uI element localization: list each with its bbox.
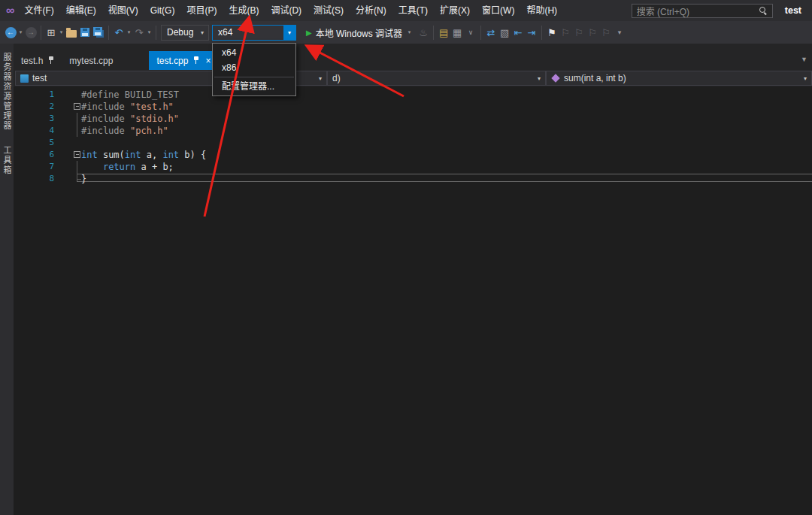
undo-icon[interactable]: ↶ — [112, 25, 126, 40]
search-box[interactable]: 搜索 (Ctrl+Q) — [632, 4, 773, 18]
line-number: 1 — [14, 89, 54, 101]
solution-configurations-combo[interactable]: Debug ▾ — [161, 25, 209, 41]
fold-margin[interactable] — [54, 149, 81, 161]
scope-combo-value: d) — [332, 73, 341, 83]
indent-decrease-icon[interactable]: ⇤ — [511, 25, 525, 40]
next-bookmark-in-folder-icon[interactable]: ⚐ — [599, 25, 613, 40]
fold-guide-line — [77, 161, 77, 173]
menu-item-1[interactable]: 编辑(E) — [60, 0, 102, 21]
bookmark-icon: ⚑ — [547, 28, 556, 38]
code-text: return a + b; — [81, 161, 174, 173]
tab-mytest-cpp[interactable]: mytest.cpp — [62, 51, 149, 70]
navigation-bar: test ▾ d) ▾ sum(int a, int b) ▾ — [14, 70, 812, 86]
tool-window-strip: 服务器资源管理器工具箱 — [0, 44, 14, 515]
menu-item-6[interactable]: 调试(D) — [265, 0, 308, 21]
menu-item-11[interactable]: 窗口(W) — [476, 0, 520, 21]
menu-item-7[interactable]: 测试(S) — [308, 0, 350, 21]
tab-test-cpp[interactable]: test.cpp× — [149, 51, 218, 70]
undo-icon: ↶ — [115, 28, 123, 38]
next-bookmark-icon[interactable]: ⚐ — [572, 25, 586, 40]
toolbar-overflow-icon: ▾ — [618, 29, 622, 36]
tab-label: test.h — [21, 56, 43, 66]
code-text: #include "stdio.h" — [81, 113, 179, 125]
redo-icon[interactable]: ↷ — [132, 25, 146, 40]
code-text: } — [81, 173, 86, 185]
play-icon: ▶ — [306, 29, 312, 37]
document-list-chevron-icon[interactable]: ▼ — [801, 56, 807, 63]
start-debugging-label: 本地 Windows 调试器 — [316, 26, 402, 39]
menu-item-3[interactable]: Git(G) — [144, 0, 181, 21]
tab-test-h[interactable]: test.h — [14, 51, 62, 70]
open-file-icon[interactable] — [65, 25, 78, 40]
fold-margin[interactable] — [54, 101, 81, 113]
fold-margin[interactable] — [54, 113, 81, 125]
chevron-down-icon[interactable]: ▾ — [17, 29, 24, 35]
fold-margin[interactable] — [54, 161, 81, 173]
solution-platforms-combo[interactable]: x64 ▾ x64x86配置管理器... — [212, 25, 296, 41]
tool-window-tab-1[interactable]: 工具箱 — [1, 146, 13, 175]
previous-bookmark-icon[interactable]: ⚐ — [559, 25, 572, 40]
menu-item-9[interactable]: 工具(T) — [392, 0, 434, 21]
menu-item-8[interactable]: 分析(N) — [350, 0, 392, 21]
search-icon[interactable] — [759, 6, 768, 15]
code-editor[interactable]: 1#define BUILD_TEST2#include "test.h"3#i… — [14, 86, 812, 515]
menu-item-5[interactable]: 生成(B) — [223, 0, 265, 21]
tool-window-tab-0[interactable]: 服务器资源管理器 — [1, 53, 13, 131]
dropdown-item-0[interactable]: x64 — [213, 45, 295, 60]
toolbar-separator — [433, 26, 434, 40]
visual-studio-logo-icon: ∞ — [6, 4, 14, 17]
code-text: #include "test.h" — [81, 101, 174, 113]
navigate-back-icon[interactable]: ← — [4, 25, 17, 40]
save-all-icon — [93, 27, 102, 36]
find-symbol-icon[interactable]: ▤ — [437, 25, 450, 40]
start-debugging-button[interactable]: ▶ 本地 Windows 调试器 ▾ — [302, 26, 417, 39]
chevron-down-icon[interactable]: ▾ — [146, 29, 153, 35]
group-overflow-icon: ∨ — [468, 29, 474, 36]
toolbar-right-group: ♨▤▦∨⇄▧⇤⇥⚑⚐⚐⚐⚐▾ — [417, 25, 626, 40]
menu-item-10[interactable]: 扩展(X) — [434, 0, 476, 21]
collapse-icon[interactable] — [74, 151, 80, 158]
chevron-down-icon[interactable]: ▾ — [126, 29, 132, 35]
line-number: 6 — [14, 149, 54, 161]
menu-item-12[interactable]: 帮助(H) — [520, 0, 563, 21]
close-icon[interactable]: × — [205, 56, 211, 65]
menu-item-4[interactable]: 项目(P) — [180, 0, 223, 21]
chevron-down-icon[interactable]: ▾ — [538, 75, 541, 82]
menu-item-2[interactable]: 视图(V) — [102, 0, 144, 21]
indent-increase-icon[interactable]: ⇥ — [525, 25, 538, 40]
previous-bookmark-in-folder-icon[interactable]: ⚐ — [586, 25, 599, 40]
save-all-icon[interactable] — [92, 25, 105, 40]
menu-item-0[interactable]: 文件(F) — [18, 0, 59, 21]
dropdown-item-2[interactable]: 配置管理器... — [213, 79, 295, 94]
fold-margin[interactable] — [54, 173, 81, 185]
fold-margin[interactable] — [54, 125, 81, 137]
bookmark-icon[interactable]: ⚑ — [545, 25, 559, 40]
collapse-icon[interactable] — [74, 103, 80, 110]
hot-reload-icon[interactable]: ♨ — [417, 25, 430, 40]
navigate-forward-icon[interactable]: → — [24, 25, 38, 40]
chevron-down-icon[interactable]: ▾ — [58, 29, 65, 35]
sync-with-active-document-icon[interactable]: ⇄ — [484, 25, 498, 40]
fold-margin[interactable] — [54, 89, 81, 101]
new-window-icon[interactable]: ⊞ — [44, 25, 58, 40]
toolbar-overflow-icon[interactable]: ▾ — [613, 25, 626, 40]
scope-combo[interactable]: d) ▾ — [327, 71, 546, 86]
chevron-down-icon[interactable]: ▾ — [283, 26, 295, 40]
chevron-down-icon[interactable]: ▾ — [406, 29, 413, 35]
group-overflow-icon[interactable]: ∨ — [464, 25, 477, 40]
chevron-down-icon[interactable]: ▾ — [319, 75, 322, 82]
save-icon[interactable] — [78, 25, 92, 40]
pin-icon[interactable] — [47, 56, 54, 65]
toolbar-separator — [541, 26, 542, 40]
member-combo[interactable]: sum(int a, int b) ▾ — [546, 71, 812, 86]
fold-margin[interactable] — [54, 137, 81, 149]
preview-selected-items-icon[interactable]: ▧ — [498, 25, 511, 40]
line-number: 8 — [14, 173, 54, 185]
chevron-down-icon[interactable]: ▾ — [804, 75, 807, 82]
chevron-down-icon[interactable]: ▾ — [196, 26, 208, 40]
fold-guide-line — [77, 125, 77, 137]
image-watch-icon[interactable]: ▦ — [450, 25, 464, 40]
dropdown-item-1[interactable]: x86 — [213, 60, 295, 75]
pin-icon[interactable] — [192, 56, 199, 65]
line-number: 7 — [14, 161, 54, 173]
